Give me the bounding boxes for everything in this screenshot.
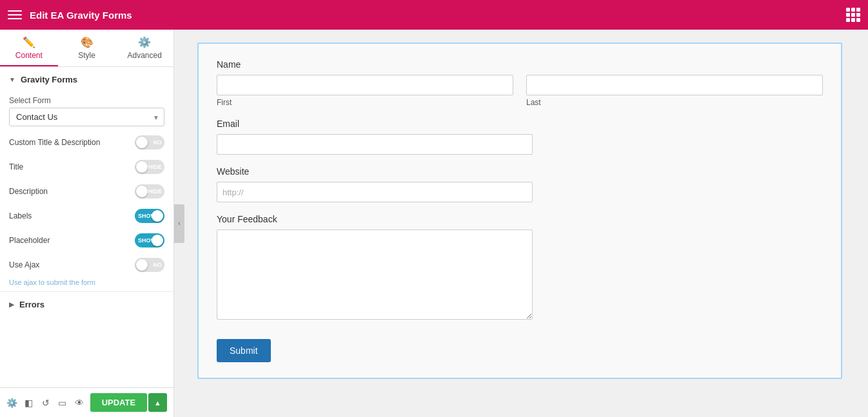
feedback-group: Your Feedback [217, 214, 823, 322]
placeholder-toggle-text: SHOW [138, 237, 156, 244]
form-preview: Name First Last Email [197, 43, 842, 379]
hamburger-menu[interactable] [8, 8, 22, 22]
gravity-forms-label: Gravity Forms [21, 75, 77, 84]
custom-title-desc-toggle[interactable]: NO [135, 135, 164, 150]
website-group: Website [217, 166, 823, 202]
sidebar-collapse-handle[interactable]: ‹ [174, 204, 184, 243]
custom-title-desc-row: Custom Title & Description NO [0, 130, 173, 155]
labels-row: Labels SHOW [0, 204, 173, 228]
name-row: First Last [217, 75, 823, 107]
placeholder-toggle[interactable]: SHOW [135, 233, 164, 247]
use-ajax-toggle-text: NO [153, 262, 163, 268]
tab-advanced[interactable]: ⚙️ Advanced [115, 30, 173, 66]
description-toggle-text: HIDE [148, 188, 162, 195]
use-ajax-label: Use Ajax [9, 260, 39, 269]
toggle-knob [136, 137, 148, 148]
first-label: First [217, 98, 513, 107]
description-label: Description [9, 187, 48, 196]
title-toggle[interactable]: HIDE [135, 160, 164, 174]
name-label: Name [217, 59, 823, 70]
title-toggle-text: HIDE [148, 164, 162, 170]
first-name-col: First [217, 75, 513, 107]
title-row: Title HIDE [0, 155, 173, 179]
gravity-forms-section-header[interactable]: ▼ Gravity Forms [0, 67, 173, 92]
tab-style-label: Style [78, 51, 95, 60]
labels-label: Labels [9, 211, 32, 220]
layers-icon[interactable]: ◧ [23, 394, 35, 412]
section-collapse-arrow: ▼ [9, 76, 15, 83]
custom-title-desc-label: Custom Title & Description [9, 138, 100, 147]
website-label: Website [217, 166, 823, 177]
preview-icon[interactable]: 👁 [74, 394, 85, 412]
update-arrow-button[interactable]: ▲ [148, 393, 167, 412]
panel-content: ▼ Gravity Forms Select Form Contact Us S… [0, 67, 173, 387]
main-layout: ✏️ Content 🎨 Style ⚙️ Advanced ▼ Gravity… [0, 30, 868, 417]
description-toggle[interactable]: HIDE [135, 184, 164, 199]
title-toggle-knob [136, 161, 148, 173]
settings-icon[interactable]: ⚙️ [6, 394, 18, 412]
website-input[interactable] [217, 182, 533, 202]
use-ajax-toggle-knob [136, 259, 148, 271]
submit-button[interactable]: Submit [217, 339, 271, 362]
bottom-bar: ⚙️ ◧ ↺ ▭ 👁 UPDATE ▲ [0, 387, 173, 417]
history-icon[interactable]: ↺ [40, 394, 52, 412]
tab-style[interactable]: 🎨 Style [58, 30, 116, 66]
name-group: Name First Last [217, 59, 823, 107]
use-ajax-hint: Use ajax to submit the form [0, 277, 173, 291]
description-toggle-knob [136, 186, 148, 197]
style-tab-icon: 🎨 [81, 36, 94, 48]
grid-apps-icon[interactable] [846, 8, 860, 22]
content-area: Name First Last Email [184, 30, 868, 417]
errors-section-header[interactable]: ▶ Errors [0, 291, 173, 317]
update-group: UPDATE ▲ [90, 393, 167, 412]
tab-content-label: Content [15, 51, 43, 60]
select-form-wrapper: Contact Us Sample Form ▼ [9, 108, 164, 126]
last-name-col: Last [526, 75, 823, 107]
sidebar: ✏️ Content 🎨 Style ⚙️ Advanced ▼ Gravity… [0, 30, 174, 417]
last-name-input[interactable] [526, 75, 823, 95]
placeholder-label: Placeholder [9, 236, 50, 245]
content-tab-icon: ✏️ [23, 36, 35, 48]
description-row: Description HIDE [0, 179, 173, 204]
first-name-input[interactable] [217, 75, 513, 95]
tab-advanced-label: Advanced [127, 51, 161, 60]
tab-bar: ✏️ Content 🎨 Style ⚙️ Advanced [0, 30, 173, 67]
title-label: Title [9, 162, 23, 171]
feedback-label: Your Feedback [217, 214, 823, 224]
email-label: Email [217, 119, 823, 129]
advanced-tab-icon: ⚙️ [138, 36, 151, 48]
labels-toggle-text: SHOW [138, 213, 156, 219]
email-group: Email [217, 119, 823, 155]
errors-label: Errors [19, 300, 44, 309]
responsive-icon[interactable]: ▭ [57, 394, 68, 412]
select-form-label: Select Form [9, 96, 164, 105]
toggle-text-no: NO [153, 139, 163, 146]
feedback-textarea[interactable] [217, 229, 533, 320]
tab-content[interactable]: ✏️ Content [0, 30, 58, 66]
errors-collapse-arrow: ▶ [9, 301, 14, 308]
use-ajax-row: Use Ajax NO [0, 253, 173, 277]
page-title: Edit EA Gravity Forms [30, 10, 838, 21]
email-input[interactable] [217, 134, 533, 155]
top-bar: Edit EA Gravity Forms [0, 0, 868, 30]
select-form-control: Select Form Contact Us Sample Form ▼ [0, 92, 173, 130]
last-label: Last [526, 98, 823, 107]
use-ajax-toggle[interactable]: NO [135, 258, 164, 272]
labels-toggle[interactable]: SHOW [135, 209, 164, 223]
update-button[interactable]: UPDATE [90, 393, 147, 412]
placeholder-row: Placeholder SHOW [0, 228, 173, 253]
select-form-dropdown[interactable]: Contact Us Sample Form [9, 108, 164, 126]
